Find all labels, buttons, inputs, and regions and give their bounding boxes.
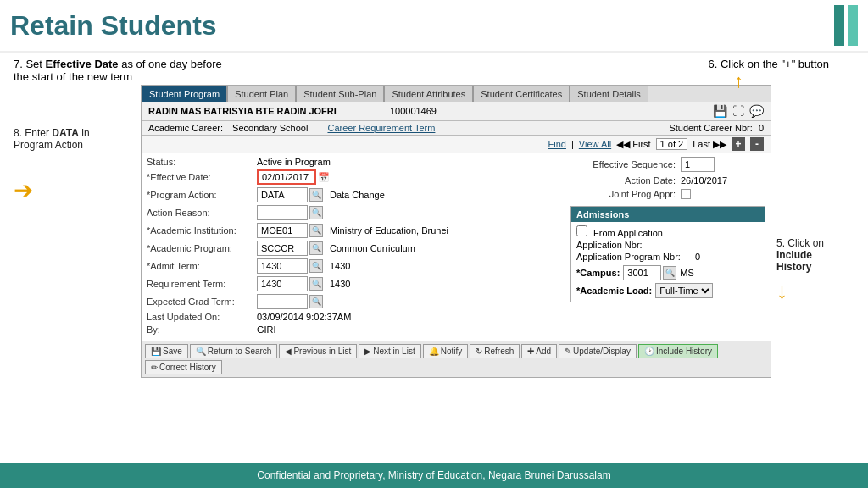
student-info: RADIN MAS BATRISYIA BTE RADIN JOFRI 1000… <box>148 106 437 116</box>
student-header: RADIN MAS BATRISYIA BTE RADIN JOFRI 1000… <box>142 102 771 121</box>
academic-prog-label: *Academic Program: <box>147 243 257 253</box>
notify-label: Notify <box>441 347 463 356</box>
nav-first[interactable]: ◀◀ First <box>616 139 650 150</box>
grad-term-input[interactable] <box>257 294 308 309</box>
career-nbr-value: 0 <box>759 123 764 133</box>
nav-last[interactable]: Last ▶▶ <box>693 139 726 150</box>
action-date-label: Action Date: <box>570 175 681 186</box>
tab-student-attributes[interactable]: Student Attributes <box>384 86 473 102</box>
notify-button[interactable]: 🔔 Notify <box>423 344 469 358</box>
correct-history-label: Correct History <box>159 363 216 372</box>
form-body: Status: Active in Program *Effective Dat… <box>142 153 771 341</box>
campus-input[interactable] <box>623 265 661 280</box>
admissions-box: Admissions From Application Application … <box>570 206 765 302</box>
joint-prog-row: Joint Prog Appr: <box>570 189 765 199</box>
tab-bar: Student Program Student Plan Student Sub… <box>142 86 771 102</box>
program-action-row: *Program Action: 🔍 Data Change <box>147 187 570 202</box>
instruction-6: 6. Click on the "+" button <box>708 58 829 70</box>
instruction-right: 6. Click on the "+" button <box>708 58 854 83</box>
action-reason-row: Action Reason: 🔍 <box>147 205 570 220</box>
admit-term-row: *Admit Term: 🔍 1430 <box>147 258 570 274</box>
program-action-input[interactable] <box>257 187 308 202</box>
admit-term-input[interactable] <box>257 258 308 274</box>
tab-student-details[interactable]: Student Details <box>570 86 648 102</box>
effective-date-input[interactable] <box>257 169 316 185</box>
next-in-list-button[interactable]: ▶ Next in List <box>359 344 420 358</box>
save-icon: 💾 <box>151 347 161 356</box>
campus-row: *Campus: 🔍 MS <box>576 265 760 280</box>
action-reason-input[interactable] <box>257 205 308 220</box>
academic-prog-input[interactable] <box>257 241 308 256</box>
academic-inst-label: *Academic Institution: <box>147 225 257 236</box>
eff-seq-input[interactable] <box>681 157 715 172</box>
by-label: By: <box>147 324 257 335</box>
app-nbr-row: Application Nbr: <box>576 240 760 250</box>
save-button[interactable]: 💾 Save <box>145 344 188 358</box>
academic-inst-lookup[interactable]: 🔍 <box>309 224 323 237</box>
admissions-body: From Application Application Nbr: Applic… <box>571 222 765 302</box>
remove-row-btn[interactable]: - <box>750 137 764 151</box>
view-all-link[interactable]: View All <box>579 139 611 149</box>
program-action-label: *Program Action: <box>147 190 257 200</box>
tab-student-program[interactable]: Student Program <box>142 86 227 102</box>
program-action-lookup[interactable]: 🔍 <box>309 188 323 202</box>
previous-in-list-button[interactable]: ◀ Previous in List <box>279 344 357 358</box>
include-history-label: Include History <box>656 347 712 356</box>
joint-prog-label: Joint Prog Appr: <box>570 189 681 199</box>
save-icon[interactable]: 💾 <box>713 104 727 118</box>
message-icon[interactable]: 💬 <box>749 104 764 118</box>
instruction-8-bold: DATA <box>52 127 79 139</box>
academic-inst-input[interactable] <box>257 223 308 238</box>
add-row-btn[interactable]: + <box>732 137 745 151</box>
add-button[interactable]: ✚ Add <box>521 344 557 358</box>
right-note-text: 5. Click onIncludeHistory <box>776 237 824 273</box>
action-reason-lookup[interactable]: 🔍 <box>309 206 323 219</box>
joint-prog-checkbox[interactable] <box>681 189 691 199</box>
career-label: Academic Career: <box>148 123 223 133</box>
arrow-right-icon: ➔ <box>14 176 141 204</box>
from-app-checkbox[interactable] <box>576 225 587 236</box>
instruction-7-post: as of one day before <box>119 58 222 70</box>
accent-bar-dark <box>834 5 844 46</box>
accent-bars <box>834 5 858 46</box>
admissions-header: Admissions <box>571 207 765 222</box>
ps-toolbar: 💾 Save 🔍 Return to Search ◀ Previous in … <box>142 341 771 377</box>
tab-student-plan[interactable]: Student Plan <box>227 86 296 102</box>
return-to-search-button[interactable]: 🔍 Return to Search <box>190 344 278 358</box>
career-req-link[interactable]: Career Requirement Term <box>327 123 435 133</box>
status-row: Status: Active in Program <box>147 157 570 167</box>
student-id: 100001469 <box>390 106 437 116</box>
instruction-7-line2: the start of the new term <box>14 70 132 83</box>
arrow-down-icon: ↓ <box>776 278 865 304</box>
campus-lookup[interactable]: 🔍 <box>663 266 676 280</box>
req-term-input[interactable] <box>257 276 308 291</box>
grad-term-row: Expected Grad Term: 🔍 <box>147 294 570 309</box>
tab-student-certificates[interactable]: Student Certificates <box>473 86 570 102</box>
acload-select[interactable]: Full-Time <box>655 283 713 298</box>
find-link[interactable]: Find <box>548 139 566 149</box>
academic-inst-desc: Ministry of Education, Brunei <box>330 225 448 236</box>
next-in-list-label: Next in List <box>373 347 415 356</box>
refresh-button[interactable]: ↻ Refresh <box>470 344 520 358</box>
main-area: 8. Enter DATA inProgram Action ➔ ↑ Stude… <box>0 85 868 378</box>
by-value: GIRI <box>257 324 276 335</box>
admit-term-lookup[interactable]: 🔍 <box>309 259 323 273</box>
career-row: Academic Career: Secondary School Career… <box>142 121 771 136</box>
effective-date-icon[interactable]: 📅 <box>318 172 330 183</box>
update-display-button[interactable]: ✎ Update/Display <box>559 344 637 358</box>
req-term-lookup[interactable]: 🔍 <box>309 277 323 291</box>
fullscreen-icon[interactable]: ⛶ <box>732 104 744 118</box>
correct-history-button[interactable]: ✏ Correct History <box>145 360 222 374</box>
update-display-label: Update/Display <box>573 347 631 356</box>
return-to-search-label: Return to Search <box>208 347 272 356</box>
grad-term-lookup[interactable]: 🔍 <box>309 295 323 308</box>
action-date-value: 26/10/2017 <box>681 175 727 186</box>
instruction-8-pre: 8. Enter <box>14 127 52 139</box>
include-history-button[interactable]: 🕑 Include History <box>638 344 718 358</box>
program-action-desc: Data Change <box>330 190 385 200</box>
app-prog-nbr-row: Application Program Nbr: 0 <box>576 252 760 262</box>
nav-right: Find | View All ◀◀ First 1 of 2 Last ▶▶ … <box>548 137 764 151</box>
form-left: Status: Active in Program *Effective Dat… <box>147 157 570 337</box>
tab-student-sub-plan[interactable]: Student Sub-Plan <box>296 86 384 102</box>
academic-prog-lookup[interactable]: 🔍 <box>309 241 323 255</box>
